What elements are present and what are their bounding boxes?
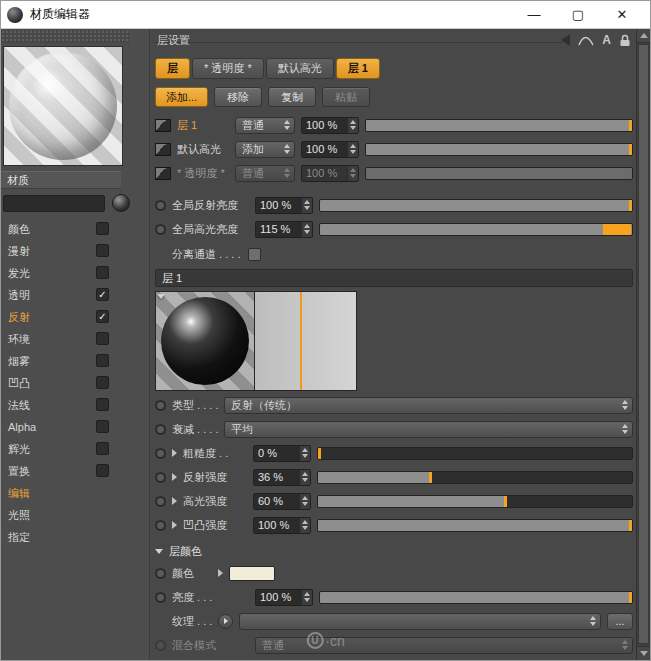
brightness-spinner[interactable]: 100 %: [255, 589, 313, 606]
tab-layers[interactable]: 层: [155, 58, 190, 79]
scroll-thumb[interactable]: [638, 44, 649, 644]
layer-name[interactable]: 层 1: [177, 118, 229, 133]
slider-handle[interactable]: [629, 200, 632, 211]
layer-color-section-header[interactable]: 层颜色: [155, 543, 633, 559]
titlebar[interactable]: 材质编辑器 — ▢ ✕: [1, 1, 650, 29]
layer-opacity-spinner[interactable]: 100 %: [301, 117, 359, 134]
layer-row-1[interactable]: 层 1 普通 100 %: [155, 115, 633, 135]
gradient-marker[interactable]: [300, 292, 302, 390]
spinner-arrows-icon[interactable]: [299, 470, 310, 485]
scroll-down-button[interactable]: [637, 646, 650, 660]
expand-arrow-icon[interactable]: [172, 497, 177, 505]
roughness-slider[interactable]: [317, 447, 633, 460]
material-node-icon[interactable]: [112, 194, 130, 212]
channel-checkbox[interactable]: [96, 464, 109, 477]
channel-checkbox[interactable]: [96, 244, 109, 257]
layer-preview-sphere[interactable]: [155, 291, 255, 391]
lock-icon[interactable]: [619, 32, 631, 48]
slider-handle[interactable]: [629, 144, 632, 155]
reflection-strength-spinner[interactable]: 36 %: [253, 469, 311, 486]
expand-arrow-icon[interactable]: [172, 473, 177, 481]
layer-opacity-slider[interactable]: [365, 143, 633, 156]
scroll-up-button[interactable]: [637, 29, 650, 43]
keyframe-dot-icon[interactable]: [155, 448, 166, 459]
text-a-icon[interactable]: A: [602, 32, 611, 48]
roughness-spinner[interactable]: 0 %: [253, 445, 311, 462]
blend-mode-dropdown[interactable]: 普通: [235, 117, 295, 134]
channel-row-normal[interactable]: 法线: [1, 394, 149, 416]
spinner-arrows-icon[interactable]: [299, 446, 310, 461]
channel-checkbox[interactable]: ✓: [96, 288, 109, 301]
channel-row-illumination[interactable]: 光照: [1, 504, 149, 526]
scrollbar[interactable]: [636, 29, 650, 660]
channel-checkbox[interactable]: [96, 376, 109, 389]
specular-strength-spinner[interactable]: 60 %: [253, 493, 311, 510]
slider-handle[interactable]: [629, 520, 632, 531]
paste-button[interactable]: 粘贴: [322, 87, 370, 107]
keyframe-dot-icon[interactable]: [155, 496, 166, 507]
expand-arrow-icon[interactable]: [172, 521, 177, 529]
layer-row-transparency[interactable]: * 透明度 * 普通 100 %: [155, 163, 633, 183]
type-dropdown[interactable]: 反射（传统）: [224, 397, 633, 414]
slider-handle[interactable]: [429, 472, 432, 483]
color-swatch[interactable]: [229, 566, 275, 581]
layer-row-default-specular[interactable]: 默认高光 添加 100 %: [155, 139, 633, 159]
texture-expand-button[interactable]: [218, 614, 233, 629]
copy-button[interactable]: 复制: [268, 87, 316, 107]
channel-row-transparency[interactable]: 透明 ✓: [1, 284, 149, 306]
close-button[interactable]: ✕: [600, 1, 644, 28]
minimize-button[interactable]: —: [512, 1, 556, 28]
texture-dropdown[interactable]: [239, 613, 601, 630]
global-specular-slider[interactable]: [319, 223, 633, 236]
keyframe-dot-icon[interactable]: [155, 224, 166, 235]
channel-checkbox[interactable]: [96, 266, 109, 279]
spinner-arrows-icon[interactable]: [301, 590, 312, 605]
brightness-slider[interactable]: [319, 591, 633, 604]
layer-opacity-spinner[interactable]: 100 %: [301, 141, 359, 158]
global-reflection-slider[interactable]: [319, 199, 633, 212]
spinner-arrows-icon[interactable]: [347, 142, 358, 157]
tab-layer-1[interactable]: 层 1: [336, 58, 380, 79]
channel-row-environment[interactable]: 环境: [1, 328, 149, 350]
channel-row-alpha[interactable]: Alpha: [1, 416, 149, 438]
separate-channels-checkbox[interactable]: [248, 248, 261, 261]
material-preview[interactable]: [3, 46, 123, 166]
tab-transparency[interactable]: * 透明度 *: [192, 58, 264, 79]
keyframe-dot-icon[interactable]: [155, 568, 166, 579]
channel-checkbox[interactable]: [96, 354, 109, 367]
texture-browse-button[interactable]: ...: [607, 613, 633, 630]
expand-arrow-icon[interactable]: [218, 569, 223, 577]
falloff-gradient-preview[interactable]: [255, 291, 357, 391]
back-icon[interactable]: [561, 32, 570, 48]
channel-row-displacement[interactable]: 置换: [1, 460, 149, 482]
channel-row-color[interactable]: 颜色: [1, 218, 149, 240]
channel-checkbox[interactable]: [96, 222, 109, 235]
keyframe-dot-icon[interactable]: [155, 200, 166, 211]
keyframe-dot-icon[interactable]: [155, 520, 166, 531]
add-button[interactable]: 添加...: [155, 87, 208, 107]
tab-default-specular[interactable]: 默认高光: [266, 58, 334, 79]
layer-thumb-icon[interactable]: [155, 143, 171, 156]
layer-1-section-header[interactable]: 层 1: [155, 269, 633, 287]
slider-handle[interactable]: [603, 224, 631, 235]
channel-checkbox[interactable]: ✓: [96, 310, 109, 323]
spinner-arrows-icon[interactable]: [299, 494, 310, 509]
maximize-button[interactable]: ▢: [556, 1, 600, 28]
channel-row-assign[interactable]: 指定: [1, 526, 149, 548]
bump-strength-slider[interactable]: [317, 519, 633, 532]
spinner-arrows-icon[interactable]: [301, 222, 312, 237]
channel-row-glow[interactable]: 辉光: [1, 438, 149, 460]
panel-grip[interactable]: [1, 30, 131, 43]
layer-opacity-slider[interactable]: [365, 119, 633, 132]
keyframe-dot-icon[interactable]: [155, 472, 166, 483]
slider-handle[interactable]: [629, 120, 632, 131]
layer-name[interactable]: 默认高光: [177, 142, 229, 157]
channel-checkbox[interactable]: [96, 332, 109, 345]
spinner-arrows-icon[interactable]: [301, 198, 312, 213]
expand-arrow-icon[interactable]: [172, 449, 177, 457]
layer-thumb-icon[interactable]: [155, 167, 171, 180]
keyframe-dot-icon[interactable]: [155, 400, 166, 411]
spinner-arrows-icon[interactable]: [347, 118, 358, 133]
attenuation-dropdown[interactable]: 平均: [224, 421, 633, 438]
layer-thumb-icon[interactable]: [155, 119, 171, 132]
